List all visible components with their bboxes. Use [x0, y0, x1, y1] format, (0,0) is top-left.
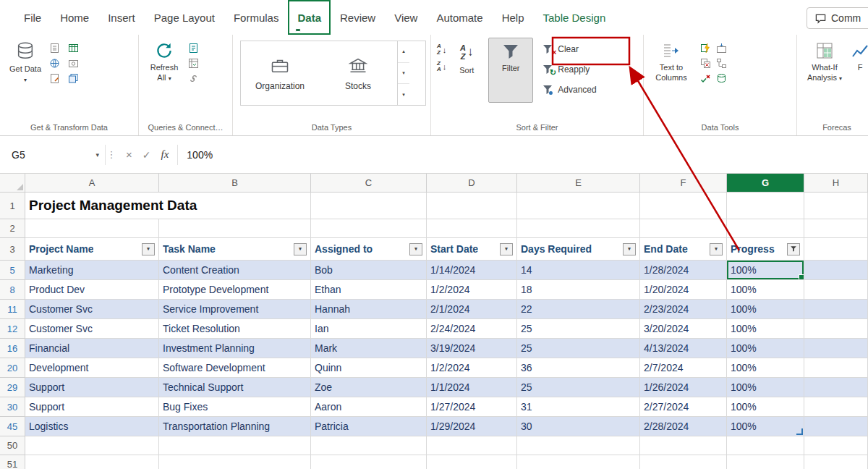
cell[interactable]: [25, 455, 159, 469]
tab-data-selected[interactable]: Data: [288, 0, 331, 35]
cell[interactable]: [804, 455, 868, 469]
cell[interactable]: 25: [517, 378, 640, 397]
tab-view[interactable]: View: [385, 0, 427, 35]
cell[interactable]: 100%: [727, 339, 804, 358]
cell[interactable]: 100%: [727, 280, 804, 300]
cell[interactable]: Service Improvement: [159, 300, 311, 319]
cell[interactable]: [804, 261, 868, 280]
cell[interactable]: 4/13/2024: [640, 339, 727, 358]
sort-az-button[interactable]: AZ ↓: [437, 43, 446, 56]
data-model-icon[interactable]: [715, 72, 728, 84]
table-header-end-date[interactable]: End Date ▾: [640, 238, 727, 261]
filter-button-active[interactable]: Filter: [488, 38, 533, 103]
table-header-assigned-to[interactable]: Assigned to ▾: [311, 238, 427, 261]
sort-button[interactable]: AZ ↓ Sort: [451, 38, 482, 77]
selected-cell-g5[interactable]: 100%: [727, 261, 804, 280]
cell[interactable]: 1/2/2024: [427, 280, 517, 300]
flash-fill-icon[interactable]: [699, 42, 712, 54]
cell[interactable]: 1/14/2024: [427, 261, 517, 280]
cell[interactable]: 3/19/2024: [427, 339, 517, 358]
cell[interactable]: 2/7/2024: [640, 358, 727, 378]
row-header[interactable]: 8: [0, 280, 25, 300]
cell-table-corner[interactable]: 100%: [727, 417, 804, 436]
column-header-e[interactable]: E: [517, 174, 640, 193]
tab-file[interactable]: File: [14, 0, 51, 35]
what-if-analysis-button[interactable]: What-If Analysis ▾: [801, 38, 848, 85]
cell[interactable]: [727, 193, 804, 219]
cell[interactable]: [159, 455, 311, 469]
gallery-more-button[interactable]: ▾: [398, 84, 409, 105]
cell[interactable]: [311, 193, 427, 219]
cell[interactable]: 1/2/2024: [427, 358, 517, 378]
cell[interactable]: [517, 455, 640, 469]
advanced-filter-button[interactable]: Advanced: [537, 80, 600, 100]
cell[interactable]: Ethan: [311, 280, 427, 300]
cell[interactable]: [727, 219, 804, 238]
cancel-button[interactable]: ×: [126, 148, 132, 161]
table-range-icon[interactable]: [67, 42, 80, 54]
table-header-days-required[interactable]: Days Required ▾: [517, 238, 640, 261]
table-header-project-name[interactable]: Project Name ▾: [25, 238, 159, 261]
cell[interactable]: [804, 219, 868, 238]
cell[interactable]: [804, 378, 868, 397]
consolidate-icon[interactable]: [715, 42, 728, 54]
cell[interactable]: [804, 319, 868, 339]
cell[interactable]: [311, 455, 427, 469]
sort-za-button[interactable]: ZA ↓: [437, 61, 446, 74]
cell[interactable]: [640, 219, 727, 238]
cell[interactable]: 31: [517, 397, 640, 417]
table-header-start-date[interactable]: Start Date ▾: [427, 238, 517, 261]
cell[interactable]: Content Creation: [159, 261, 311, 280]
cell[interactable]: [427, 219, 517, 238]
filter-dropdown-button[interactable]: ▾: [500, 243, 513, 255]
data-type-stocks[interactable]: Stocks: [319, 41, 397, 105]
cell[interactable]: [311, 436, 427, 455]
filter-dropdown-button[interactable]: ▾: [623, 243, 636, 255]
cell[interactable]: [159, 219, 311, 238]
cell[interactable]: 1/29/2024: [427, 417, 517, 436]
cell[interactable]: 14: [517, 261, 640, 280]
filter-dropdown-button[interactable]: ▾: [142, 243, 155, 255]
cell[interactable]: 2/23/2024: [640, 300, 727, 319]
cell[interactable]: Bug Fixes: [159, 397, 311, 417]
cell[interactable]: 2/1/2024: [427, 300, 517, 319]
row-header[interactable]: 2: [0, 219, 25, 238]
workbook-links-icon[interactable]: [187, 72, 200, 84]
cell[interactable]: [427, 436, 517, 455]
cell[interactable]: 100%: [727, 300, 804, 319]
cell[interactable]: [517, 219, 640, 238]
cell[interactable]: Mark: [311, 339, 427, 358]
filter-dropdown-button[interactable]: ▾: [409, 243, 422, 255]
cell[interactable]: 2/28/2024: [640, 417, 727, 436]
select-all-button[interactable]: [0, 174, 25, 193]
cell[interactable]: [804, 417, 868, 436]
cell[interactable]: [640, 436, 727, 455]
cell[interactable]: 100%: [727, 397, 804, 417]
name-box[interactable]: G5 ▾: [6, 145, 106, 165]
remove-duplicates-icon[interactable]: [699, 57, 712, 69]
text-to-columns-button[interactable]: Text to Columns: [648, 38, 694, 85]
cell[interactable]: [640, 193, 727, 219]
row-header[interactable]: 1: [0, 193, 25, 219]
relationships-icon[interactable]: [715, 57, 728, 69]
cell[interactable]: Aaron: [311, 397, 427, 417]
cell[interactable]: [311, 219, 427, 238]
gallery-scroll-up-button[interactable]: ▴: [398, 41, 409, 63]
row-header[interactable]: 12: [0, 319, 25, 339]
cell[interactable]: 1/26/2024: [640, 378, 727, 397]
cell[interactable]: Customer Svc: [25, 300, 159, 319]
tab-insert[interactable]: Insert: [98, 0, 145, 35]
forecast-sheet-button-partial[interactable]: F: [848, 38, 868, 75]
cell[interactable]: [427, 455, 517, 469]
cell[interactable]: 22: [517, 300, 640, 319]
column-header-a[interactable]: A: [25, 174, 159, 193]
cell[interactable]: [159, 436, 311, 455]
row-header[interactable]: 50: [0, 436, 25, 455]
tab-page-layout[interactable]: Page Layout: [145, 0, 224, 35]
enter-button[interactable]: ✓: [142, 149, 151, 161]
cell[interactable]: Prototype Development: [159, 280, 311, 300]
recent-sources-icon[interactable]: [48, 72, 61, 84]
row-header[interactable]: 5: [0, 261, 25, 280]
tab-automate[interactable]: Automate: [427, 0, 492, 35]
get-data-button[interactable]: Get Data ▾: [4, 38, 46, 86]
